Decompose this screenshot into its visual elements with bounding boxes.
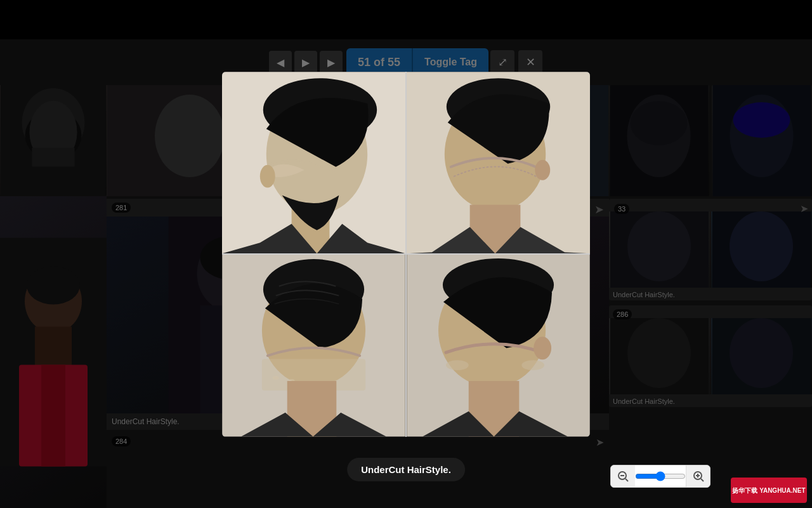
modal-img-bottom-left: [222, 255, 405, 437]
svg-point-62: [534, 337, 551, 359]
watermark-logo: 扬华下载 YANGHUA.NET: [731, 478, 807, 503]
modal: [222, 72, 590, 437]
zoom-out-button[interactable]: [611, 465, 635, 488]
watermark: 扬华下载 YANGHUA.NET: [731, 478, 807, 503]
svg-line-65: [625, 479, 628, 481]
svg-point-54: [273, 376, 279, 380]
modal-overlay[interactable]: [0, 0, 812, 508]
svg-point-61: [521, 360, 544, 370]
svg-point-43: [260, 164, 275, 187]
modal-img-top-left: [222, 72, 405, 254]
modal-img-bottom-right: [407, 255, 590, 437]
modal-img-top-right: [407, 72, 590, 254]
zoom-controls: [610, 465, 710, 488]
bottom-tooltip: UnderCut HairStyle.: [347, 458, 465, 481]
zoom-slider[interactable]: [635, 465, 686, 488]
svg-point-49: [535, 159, 550, 180]
svg-point-60: [446, 360, 469, 370]
modal-grid: [222, 72, 590, 437]
svg-line-68: [701, 479, 704, 481]
zoom-in-button[interactable]: [686, 465, 710, 488]
